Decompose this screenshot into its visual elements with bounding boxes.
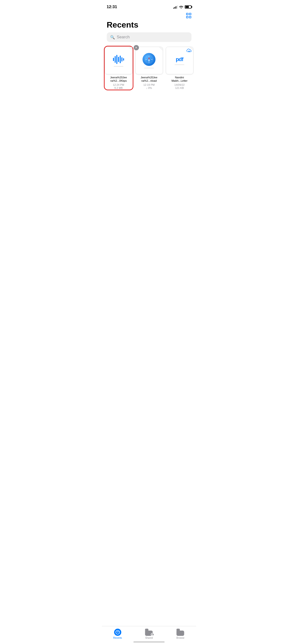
file-name-3: NandiniMaikh...Letter — [172, 76, 188, 83]
file-size-1: 9.2 MB — [114, 86, 123, 89]
pdf-label: pdf — [176, 56, 183, 62]
search-icon: 🔍 — [110, 35, 115, 40]
file-size-3: 121 KB — [175, 86, 184, 89]
file-time-3: 14/09/22 — [175, 83, 185, 86]
grid-view-button[interactable] — [186, 13, 192, 18]
file-thumbnail-2: × — [135, 47, 163, 74]
svg-marker-5 — [148, 57, 150, 60]
file-item-3[interactable]: pdf NandiniMaikh...Letter 14/09/22 121 K… — [166, 47, 193, 89]
doc-line-3 — [175, 64, 184, 65]
file-time-1: 12:24 PM — [113, 83, 124, 86]
doc-line — [114, 66, 123, 66]
battery-icon — [185, 5, 192, 8]
file-item-2[interactable]: × Jeena%20Jeena%2...nload — [135, 47, 163, 89]
page-title: Recents — [102, 18, 196, 32]
status-time: 12:31 — [107, 4, 117, 9]
search-container: 🔍 Search — [102, 32, 196, 47]
search-placeholder: Search — [117, 35, 130, 40]
files-grid: Jeena%20Jeena%2...0Kbps 12:24 PM 9.2 MB … — [102, 47, 196, 89]
file-thumbnail-1 — [105, 47, 132, 74]
status-bar: 12:31 — [102, 0, 196, 12]
search-bar[interactable]: 🔍 Search — [107, 32, 192, 42]
file-item-1[interactable]: Jeena%20Jeena%2...0Kbps 12:24 PM 9.2 MB — [105, 47, 132, 89]
wifi-icon — [179, 5, 183, 8]
cloud-download-icon — [186, 48, 192, 54]
safari-compass-icon — [142, 53, 156, 66]
status-icons — [173, 5, 192, 8]
file-name-2: Jeena%20Jeena%2...nload — [140, 76, 158, 83]
file-thumbnail-3: pdf — [166, 47, 193, 74]
corner-fold-icon — [128, 47, 132, 51]
file-progress-2: ↓ 0% — [146, 86, 152, 89]
audio-waveform-icon — [113, 54, 124, 64]
doc-line-2 — [144, 68, 154, 68]
signal-icon — [173, 5, 178, 8]
header — [102, 12, 196, 18]
file-name-1: Jeena%20Jeena%2...0Kbps — [110, 76, 127, 83]
close-badge-icon[interactable]: × — [134, 45, 139, 50]
file-time-2: 12:19 PM — [143, 83, 155, 86]
svg-marker-6 — [148, 60, 150, 62]
corner-fold-icon-2 — [159, 47, 163, 51]
